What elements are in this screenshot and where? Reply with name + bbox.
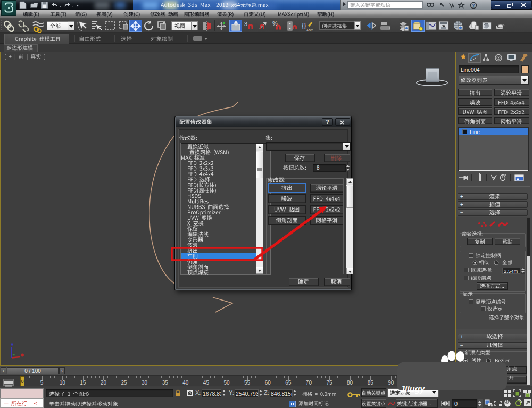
svg-text:{}: {}	[302, 21, 306, 29]
svg-text:ABC: ABC	[306, 29, 313, 32]
svg-text:?: ?	[472, 3, 475, 8]
svg-text:3: 3	[244, 21, 247, 27]
